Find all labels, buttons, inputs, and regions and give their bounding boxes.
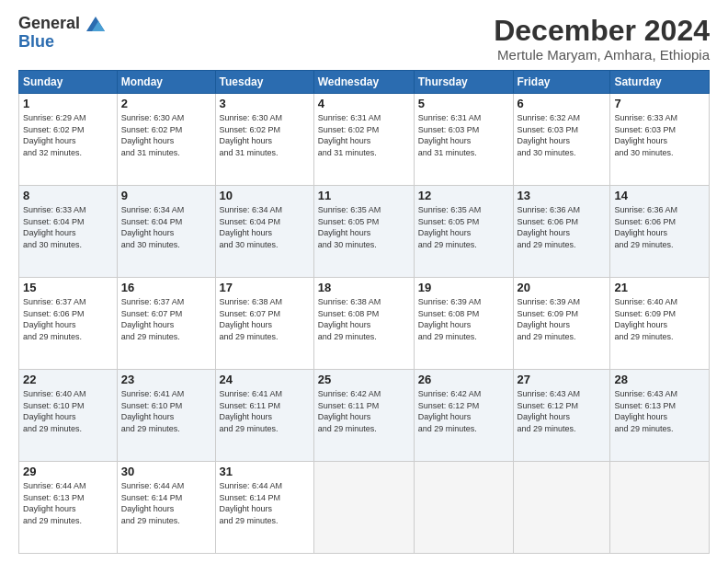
calendar-cell: 23 Sunrise: 6:41 AMSunset: 6:10 PMDaylig… (117, 370, 215, 462)
calendar-cell: 30 Sunrise: 6:44 AMSunset: 6:14 PMDaylig… (117, 462, 215, 554)
calendar-cell: 2 Sunrise: 6:30 AMSunset: 6:02 PMDayligh… (117, 94, 215, 186)
logo-general: General (18, 14, 80, 32)
logo-blue: Blue (18, 33, 54, 52)
day-info: Sunrise: 6:43 AMSunset: 6:12 PMDaylight … (518, 389, 581, 433)
day-number: 26 (418, 373, 509, 386)
day-info: Sunrise: 6:33 AMSunset: 6:04 PMDaylight … (23, 205, 86, 249)
col-tuesday: Tuesday (215, 71, 313, 94)
calendar-cell: 9 Sunrise: 6:34 AMSunset: 6:04 PMDayligh… (117, 186, 215, 278)
calendar-cell: 6 Sunrise: 6:32 AMSunset: 6:03 PMDayligh… (513, 94, 610, 186)
day-info: Sunrise: 6:39 AMSunset: 6:08 PMDaylight … (418, 297, 482, 341)
day-number: 14 (614, 189, 705, 202)
title-block: December 2024 Mertule Maryam, Amhara, Et… (494, 15, 710, 63)
day-number: 18 (318, 281, 410, 294)
col-saturday: Saturday (610, 71, 710, 94)
day-info: Sunrise: 6:44 AMSunset: 6:14 PMDaylight … (121, 481, 185, 525)
calendar-cell: 5 Sunrise: 6:31 AMSunset: 6:03 PMDayligh… (414, 94, 513, 186)
day-number: 28 (614, 373, 705, 386)
day-number: 9 (121, 189, 211, 202)
calendar-header: Sunday Monday Tuesday Wednesday Thursday… (19, 71, 710, 94)
day-number: 6 (518, 97, 607, 110)
day-number: 13 (518, 189, 607, 202)
day-info: Sunrise: 6:44 AMSunset: 6:14 PMDaylight … (220, 481, 283, 525)
day-info: Sunrise: 6:30 AMSunset: 6:02 PMDaylight … (220, 113, 283, 157)
logo-text: General (18, 15, 105, 33)
calendar-cell: 3 Sunrise: 6:30 AMSunset: 6:02 PMDayligh… (215, 94, 313, 186)
calendar-cell (414, 462, 513, 554)
calendar-cell (513, 462, 610, 554)
day-number: 1 (23, 97, 113, 110)
day-info: Sunrise: 6:31 AMSunset: 6:02 PMDaylight … (318, 113, 381, 157)
day-info: Sunrise: 6:35 AMSunset: 6:05 PMDaylight … (418, 205, 482, 249)
calendar: Sunday Monday Tuesday Wednesday Thursday… (18, 70, 710, 554)
calendar-cell: 18 Sunrise: 6:38 AMSunset: 6:08 PMDaylig… (313, 278, 414, 370)
calendar-cell: 25 Sunrise: 6:42 AMSunset: 6:11 PMDaylig… (313, 370, 414, 462)
day-number: 3 (220, 97, 310, 110)
day-number: 10 (220, 189, 310, 202)
day-number: 16 (121, 281, 211, 294)
day-number: 7 (614, 97, 705, 110)
day-number: 24 (220, 373, 310, 386)
calendar-table: Sunday Monday Tuesday Wednesday Thursday… (18, 70, 710, 554)
page: General Blue December 2024 Mertule Marya… (0, 0, 728, 563)
day-info: Sunrise: 6:40 AMSunset: 6:10 PMDaylight … (23, 389, 86, 433)
day-info: Sunrise: 6:38 AMSunset: 6:08 PMDaylight … (318, 297, 381, 341)
calendar-cell: 31 Sunrise: 6:44 AMSunset: 6:14 PMDaylig… (215, 462, 313, 554)
calendar-cell: 14 Sunrise: 6:36 AMSunset: 6:06 PMDaylig… (610, 186, 710, 278)
day-info: Sunrise: 6:40 AMSunset: 6:09 PMDaylight … (614, 297, 677, 341)
calendar-cell: 21 Sunrise: 6:40 AMSunset: 6:09 PMDaylig… (610, 278, 710, 370)
day-number: 17 (220, 281, 310, 294)
day-number: 22 (23, 373, 113, 386)
subtitle: Mertule Maryam, Amhara, Ethiopia (494, 47, 710, 63)
day-info: Sunrise: 6:41 AMSunset: 6:10 PMDaylight … (121, 389, 185, 433)
col-sunday: Sunday (19, 71, 118, 94)
day-number: 11 (318, 189, 410, 202)
col-wednesday: Wednesday (313, 71, 414, 94)
calendar-cell: 17 Sunrise: 6:38 AMSunset: 6:07 PMDaylig… (215, 278, 313, 370)
calendar-cell: 24 Sunrise: 6:41 AMSunset: 6:11 PMDaylig… (215, 370, 313, 462)
calendar-cell: 11 Sunrise: 6:35 AMSunset: 6:05 PMDaylig… (313, 186, 414, 278)
day-number: 29 (23, 465, 113, 478)
calendar-cell (313, 462, 414, 554)
day-info: Sunrise: 6:43 AMSunset: 6:13 PMDaylight … (614, 389, 677, 433)
day-number: 4 (318, 97, 410, 110)
day-number: 19 (418, 281, 509, 294)
calendar-body: 1 Sunrise: 6:29 AMSunset: 6:02 PMDayligh… (19, 94, 710, 554)
calendar-cell: 15 Sunrise: 6:37 AMSunset: 6:06 PMDaylig… (19, 278, 118, 370)
day-info: Sunrise: 6:36 AMSunset: 6:06 PMDaylight … (614, 205, 677, 249)
day-info: Sunrise: 6:32 AMSunset: 6:03 PMDaylight … (518, 113, 581, 157)
day-number: 23 (121, 373, 211, 386)
day-number: 8 (23, 189, 113, 202)
calendar-week-4: 22 Sunrise: 6:40 AMSunset: 6:10 PMDaylig… (19, 370, 710, 462)
col-thursday: Thursday (414, 71, 513, 94)
calendar-cell (610, 462, 710, 554)
calendar-cell: 7 Sunrise: 6:33 AMSunset: 6:03 PMDayligh… (610, 94, 710, 186)
day-info: Sunrise: 6:41 AMSunset: 6:11 PMDaylight … (220, 389, 283, 433)
calendar-cell: 22 Sunrise: 6:40 AMSunset: 6:10 PMDaylig… (19, 370, 118, 462)
calendar-week-1: 1 Sunrise: 6:29 AMSunset: 6:02 PMDayligh… (19, 94, 710, 186)
day-number: 25 (318, 373, 410, 386)
day-info: Sunrise: 6:31 AMSunset: 6:03 PMDaylight … (418, 113, 482, 157)
day-info: Sunrise: 6:44 AMSunset: 6:13 PMDaylight … (23, 481, 86, 525)
calendar-cell: 19 Sunrise: 6:39 AMSunset: 6:08 PMDaylig… (414, 278, 513, 370)
calendar-cell: 4 Sunrise: 6:31 AMSunset: 6:02 PMDayligh… (313, 94, 414, 186)
day-info: Sunrise: 6:29 AMSunset: 6:02 PMDaylight … (23, 113, 86, 157)
day-number: 15 (23, 281, 113, 294)
calendar-week-3: 15 Sunrise: 6:37 AMSunset: 6:06 PMDaylig… (19, 278, 710, 370)
day-number: 2 (121, 97, 211, 110)
day-number: 12 (418, 189, 509, 202)
calendar-week-5: 29 Sunrise: 6:44 AMSunset: 6:13 PMDaylig… (19, 462, 710, 554)
calendar-cell: 29 Sunrise: 6:44 AMSunset: 6:13 PMDaylig… (19, 462, 118, 554)
day-info: Sunrise: 6:39 AMSunset: 6:09 PMDaylight … (518, 297, 581, 341)
calendar-cell: 20 Sunrise: 6:39 AMSunset: 6:09 PMDaylig… (513, 278, 610, 370)
calendar-week-2: 8 Sunrise: 6:33 AMSunset: 6:04 PMDayligh… (19, 186, 710, 278)
day-info: Sunrise: 6:30 AMSunset: 6:02 PMDaylight … (121, 113, 185, 157)
day-info: Sunrise: 6:33 AMSunset: 6:03 PMDaylight … (614, 113, 677, 157)
day-info: Sunrise: 6:42 AMSunset: 6:12 PMDaylight … (418, 389, 482, 433)
day-number: 20 (518, 281, 607, 294)
header: General Blue December 2024 Mertule Marya… (18, 15, 710, 63)
calendar-cell: 13 Sunrise: 6:36 AMSunset: 6:06 PMDaylig… (513, 186, 610, 278)
day-info: Sunrise: 6:37 AMSunset: 6:07 PMDaylight … (121, 297, 185, 341)
day-number: 27 (518, 373, 607, 386)
logo-icon (86, 17, 105, 31)
